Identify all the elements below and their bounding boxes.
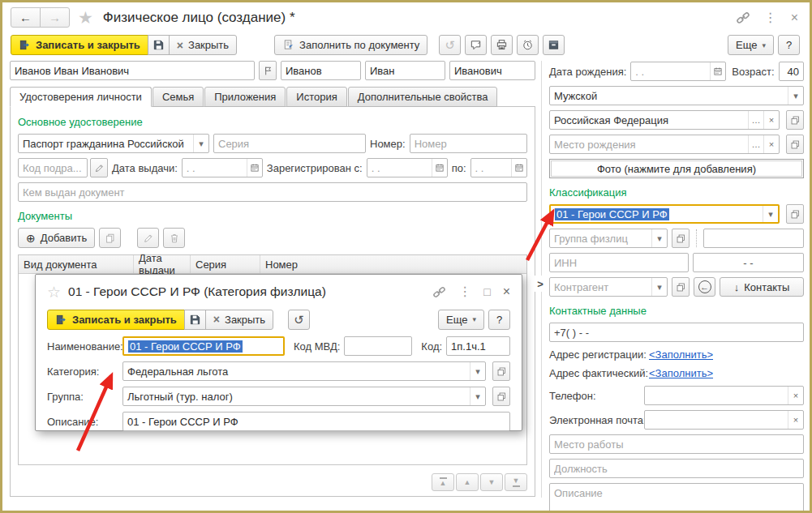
registration-address-fill-link[interactable]: <Заполнить>	[649, 348, 713, 361]
panel-splitter-toggle[interactable]: >	[534, 276, 547, 292]
dialog-kebab-button[interactable]: ⋮	[458, 285, 471, 298]
chevron-down-icon[interactable]: ▾	[470, 362, 485, 380]
tab-identity-documents[interactable]: Удостоверения личности	[10, 87, 152, 107]
archive-button[interactable]	[543, 35, 565, 55]
category-name-input[interactable]: 01 - Герои СССР И РФ	[122, 336, 285, 356]
dialog-description-input[interactable]	[123, 416, 509, 428]
category-open-button[interactable]	[492, 361, 510, 381]
favorite-button[interactable]: ★	[78, 9, 93, 26]
classification-open-button[interactable]	[786, 204, 804, 224]
group-open-button[interactable]	[492, 387, 510, 406]
department-code-input[interactable]	[19, 162, 87, 174]
number-input[interactable]	[410, 138, 526, 150]
seria-input[interactable]	[214, 138, 365, 150]
age-value[interactable]: 40	[780, 66, 803, 78]
column-header-issue-date[interactable]: Дата выдачи	[134, 255, 191, 273]
registered-from-input[interactable]: . .	[367, 158, 448, 177]
id-mask-input[interactable]: - -	[693, 253, 804, 272]
registered-to-input[interactable]: . .	[470, 158, 527, 177]
middle-name-input[interactable]	[450, 65, 535, 77]
timer-button[interactable]	[517, 35, 539, 55]
column-header-seria[interactable]: Серия	[191, 255, 260, 273]
phone-mask-input[interactable]: +7( ) - -	[549, 323, 804, 342]
code-input[interactable]	[447, 340, 509, 353]
dialog-save-button[interactable]	[184, 310, 206, 330]
classification-select[interactable]: 01 - Герои СССР И РФ ▾	[549, 204, 780, 224]
citizenship-field[interactable]: Российская Федерация … ×	[549, 110, 780, 130]
clear-x-icon[interactable]: ×	[763, 111, 779, 129]
inn-input[interactable]	[550, 257, 688, 269]
tab-history[interactable]: История	[286, 87, 346, 107]
persons-group-open-button[interactable]	[672, 229, 690, 248]
history-button[interactable]: ↺	[439, 35, 461, 55]
department-code-edit-button[interactable]	[90, 158, 108, 177]
full-name-input[interactable]	[11, 65, 254, 77]
scroll-to-top-button[interactable]: ▲	[432, 473, 454, 491]
chevron-down-icon[interactable]: ▾	[651, 278, 667, 296]
birthplace-input[interactable]	[550, 139, 748, 151]
calendar-icon[interactable]	[247, 159, 262, 177]
citizenship-open-button[interactable]	[786, 110, 804, 130]
save-and-close-button[interactable]: Записать и закрыть	[11, 35, 148, 55]
back-navigate-button[interactable]: ←	[694, 277, 715, 297]
email-input[interactable]	[645, 414, 788, 426]
chevron-down-icon[interactable]: ▾	[788, 87, 803, 105]
fill-from-document-button[interactable]: Заполнить по документу	[274, 35, 427, 55]
chevron-down-icon[interactable]: ▾	[470, 387, 485, 405]
document-type-select[interactable]: Паспорт гражданина Российской ▾	[18, 134, 209, 153]
scroll-down-button[interactable]: ▼	[480, 473, 503, 491]
birthplace-open-button[interactable]	[786, 135, 804, 154]
phone-field[interactable]: ×	[644, 386, 804, 405]
back-button[interactable]: ←	[11, 7, 41, 28]
scroll-to-bottom-button[interactable]: ▼	[505, 473, 527, 491]
calendar-icon[interactable]	[511, 159, 526, 177]
chevron-down-icon[interactable]: ▾	[651, 229, 667, 247]
menu-kebab-button[interactable]: ⋮	[764, 11, 777, 24]
scroll-up-button[interactable]: ▲	[456, 473, 479, 491]
calendar-icon[interactable]	[710, 62, 725, 80]
edit-document-button[interactable]	[137, 228, 159, 248]
dialog-history-button[interactable]: ↺	[288, 310, 310, 330]
birth-date-input[interactable]: . .	[630, 62, 726, 81]
chevron-down-icon[interactable]: ▾	[193, 135, 208, 152]
dialog-link-button[interactable]	[432, 285, 446, 299]
contacts-button[interactable]: ↓ Контакты	[720, 277, 804, 297]
forward-button[interactable]: →	[40, 7, 70, 28]
print-button[interactable]	[491, 35, 513, 55]
photo-add-button[interactable]: Фото (нажмите для добавления)	[549, 159, 804, 178]
choose-ellipsis-icon[interactable]: …	[748, 135, 763, 153]
chevron-down-icon[interactable]: ▾	[763, 206, 778, 222]
position-input[interactable]	[550, 463, 803, 475]
calendar-icon[interactable]	[432, 159, 447, 177]
discussion-button[interactable]	[465, 35, 487, 55]
workplace-input[interactable]	[550, 438, 803, 451]
add-document-button[interactable]: ⊕ Добавить	[18, 228, 95, 248]
category-select[interactable]: Федеральная льгота ▾	[122, 361, 486, 381]
dialog-close-form-button[interactable]: × Закрыть	[205, 310, 273, 330]
dialog-help-button[interactable]: ?	[488, 310, 510, 330]
last-name-input[interactable]	[281, 65, 360, 77]
dialog-close-button[interactable]: ×	[503, 285, 510, 298]
tab-applications[interactable]: Приложения	[204, 87, 286, 107]
clear-x-icon[interactable]: ×	[763, 135, 779, 153]
tab-family[interactable]: Семья	[153, 87, 204, 107]
counterparty-open-button[interactable]	[672, 277, 690, 297]
tab-additional-properties[interactable]: Дополнительные свойства	[348, 87, 498, 107]
column-header-number[interactable]: Номер	[260, 255, 526, 273]
name-history-button[interactable]	[259, 61, 277, 80]
clear-x-icon[interactable]: ×	[788, 411, 803, 429]
issue-date-input[interactable]: . .	[182, 158, 263, 177]
more-button[interactable]: Еще ▾	[728, 35, 774, 55]
dialog-save-and-close-button[interactable]: Записать и закрыть	[47, 310, 185, 330]
save-button[interactable]	[148, 35, 170, 55]
group-select[interactable]: Льготный (тур. налог) ▾	[122, 387, 486, 406]
actual-address-fill-link[interactable]: <Заполнить>	[649, 367, 713, 379]
email-field[interactable]: ×	[644, 410, 804, 430]
dialog-more-button[interactable]: Еще ▾	[438, 310, 484, 330]
delete-document-button[interactable]	[163, 228, 185, 248]
choose-ellipsis-icon[interactable]: …	[748, 111, 763, 129]
aux-code-input[interactable]	[704, 233, 803, 245]
column-header-doc-type[interactable]: Вид документа	[19, 255, 134, 273]
clear-x-icon[interactable]: ×	[788, 387, 803, 404]
persons-group-select[interactable]: Группа физлиц ▾	[549, 229, 668, 248]
